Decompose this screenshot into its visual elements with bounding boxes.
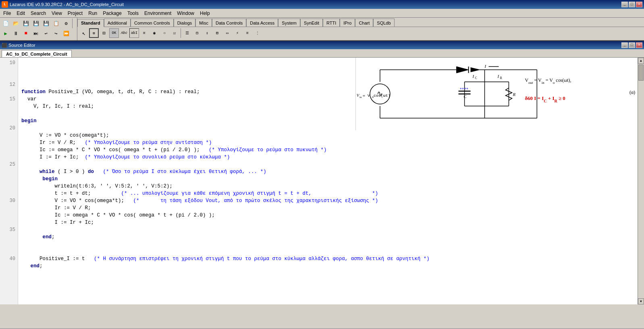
comp-radio[interactable]: ○	[160, 28, 169, 38]
tab-misc[interactable]: Misc	[195, 19, 212, 27]
code-area[interactable]: function Positive_I (VO, omega, t, dt, R…	[18, 58, 638, 304]
comp-memo[interactable]: ≡	[139, 28, 149, 38]
tab-synedit[interactable]: SynEdit	[300, 19, 323, 27]
menu-tools[interactable]: Tools	[125, 10, 141, 17]
window-title: Lazarus IDE v0.9.30.2RC2 - AC_to_DC_Comp…	[10, 2, 124, 7]
close-button[interactable]: ×	[636, 2, 642, 7]
source-close[interactable]: ×	[636, 42, 642, 48]
comp-toggle[interactable]: ◉	[150, 28, 159, 38]
line-numbers: 10 12 15 20 25	[0, 58, 18, 304]
comp-frame[interactable]: ⊞	[89, 28, 99, 38]
separator	[72, 19, 73, 28]
source-editor-titlebar: ⬛ Source Editor _ □ ×	[0, 41, 644, 49]
toolbar-saveas[interactable]: 💾	[31, 19, 41, 28]
tab-system[interactable]: System	[278, 19, 300, 27]
menu-file[interactable]: File	[1, 10, 13, 17]
menu-run[interactable]: Run	[86, 10, 100, 17]
tab-data-access[interactable]: Data Access	[246, 19, 278, 27]
menu-window[interactable]: Window	[175, 10, 197, 17]
toolbar-stepover[interactable]: ↩	[41, 29, 51, 38]
scroll-up-button[interactable]: ▲	[638, 58, 644, 64]
toolbar-pause[interactable]: ⏸	[11, 29, 21, 38]
comp-edit[interactable]: abI	[129, 28, 139, 38]
comp-group[interactable]: ⊞	[212, 28, 222, 38]
menu-search[interactable]: Search	[28, 10, 48, 17]
comp-combo[interactable]: ⊟	[192, 28, 202, 38]
comp-panel[interactable]: ▭	[222, 28, 232, 38]
toolbar-new[interactable]: 📄	[1, 19, 10, 28]
vertical-scrollbar[interactable]: ▲ ▼	[638, 58, 644, 304]
scroll-down-button[interactable]: ▼	[638, 298, 644, 304]
source-editor-buttons[interactable]: _ □ ×	[621, 42, 642, 48]
comp-listbox[interactable]: ☰	[182, 28, 192, 38]
tab-common-controls[interactable]: Common Controls	[131, 19, 174, 27]
menu-package[interactable]: Package	[100, 10, 124, 17]
menu-environment[interactable]: Environment	[142, 10, 174, 17]
tab-sqldb[interactable]: SQLdb	[373, 19, 394, 27]
tab-dialogs[interactable]: Dialogs	[174, 19, 196, 27]
toolbar-saveall[interactable]: 💾	[41, 19, 51, 28]
file-tab-bar: AC_to_DC_Complete_Circuit	[0, 49, 644, 58]
tab-chart[interactable]: Chart	[355, 19, 373, 27]
file-tab-main[interactable]: AC_to_DC_Complete_Circuit	[2, 50, 72, 57]
comp-action[interactable]: ⚡	[233, 28, 242, 38]
toolbar-stop[interactable]: ■	[21, 29, 31, 38]
tab-standard[interactable]: Standard	[77, 19, 104, 27]
comp-select[interactable]: ⊡	[99, 28, 109, 38]
tab-ipro[interactable]: IPro	[340, 19, 355, 27]
code-content[interactable]: function Positive_I (VO, omega, t, dt, R…	[18, 58, 638, 304]
tab-additional[interactable]: Additional	[104, 19, 131, 27]
tab-data-controls[interactable]: Data Controls	[212, 19, 246, 27]
source-minimize[interactable]: _	[621, 42, 628, 48]
menu-view[interactable]: View	[49, 10, 64, 17]
comp-mainmenu[interactable]: ≡	[243, 28, 252, 38]
source-maximize[interactable]: □	[629, 42, 635, 48]
toolbar-stepout[interactable]: ↪	[51, 29, 61, 38]
menu-help[interactable]: Help	[197, 10, 212, 17]
app-icon: L	[2, 1, 8, 8]
comp-scroll[interactable]: ⇕	[202, 28, 212, 38]
scroll-thumb[interactable]	[638, 65, 644, 81]
toolbar-btn6[interactable]: 📋	[51, 19, 61, 28]
menu-bar: File Edit Search View Project Run Packag…	[0, 9, 644, 18]
title-bar: L Lazarus IDE v0.9.30.2RC2 - AC_to_DC_Co…	[0, 0, 644, 9]
menu-project[interactable]: Project	[65, 10, 85, 17]
toolbar-runto[interactable]: ⏩	[61, 29, 71, 38]
comp-label[interactable]: Abc	[119, 28, 129, 38]
toolbar-btn7[interactable]: ⚙	[61, 19, 71, 28]
scroll-track[interactable]	[638, 64, 644, 298]
component-palette-tabs: Standard Additional Common Controls Dial…	[77, 18, 644, 27]
toolbar-open[interactable]: 📂	[11, 19, 21, 28]
source-editor-window: ⬛ Source Editor _ □ × AC_to_DC_Complete_…	[0, 40, 644, 329]
minimize-button[interactable]: _	[621, 2, 628, 7]
source-editor-title: ⬛ Source Editor	[2, 43, 35, 48]
toolbar-step[interactable]: ⏭	[31, 29, 41, 38]
menu-edit[interactable]: Edit	[14, 10, 27, 17]
tab-rtti[interactable]: RTTI	[323, 19, 340, 27]
comp-popup[interactable]: ⋮	[253, 28, 262, 38]
sep2	[181, 28, 181, 38]
comp-btn1[interactable]: OK	[109, 28, 119, 38]
window-controls[interactable]: _ □ ×	[621, 2, 642, 7]
toolbar-run[interactable]: ▶	[1, 29, 10, 38]
toolbar-save[interactable]: 💾	[21, 19, 31, 28]
comp-pointer[interactable]: ↖	[79, 28, 89, 38]
maximize-button[interactable]: □	[629, 2, 635, 7]
comp-check[interactable]: ☑	[170, 28, 179, 38]
